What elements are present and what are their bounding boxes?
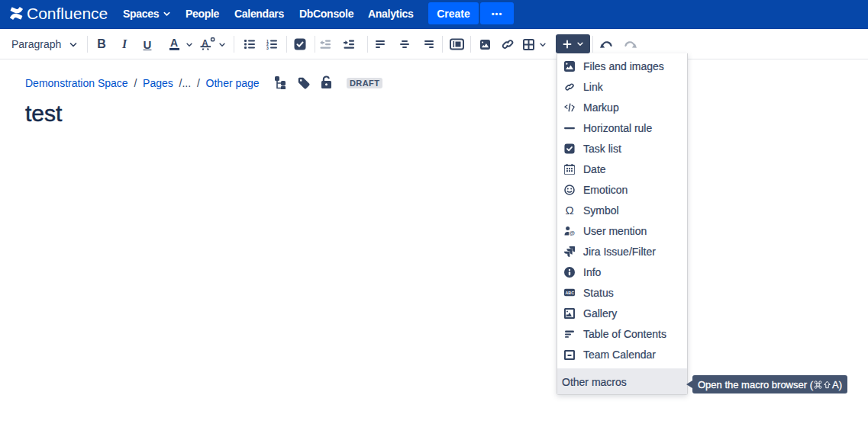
svg-text:ABC: ABC xyxy=(566,291,575,295)
svg-text:3: 3 xyxy=(266,46,269,50)
svg-text:A: A xyxy=(170,37,178,49)
svg-text:@: @ xyxy=(569,230,575,236)
